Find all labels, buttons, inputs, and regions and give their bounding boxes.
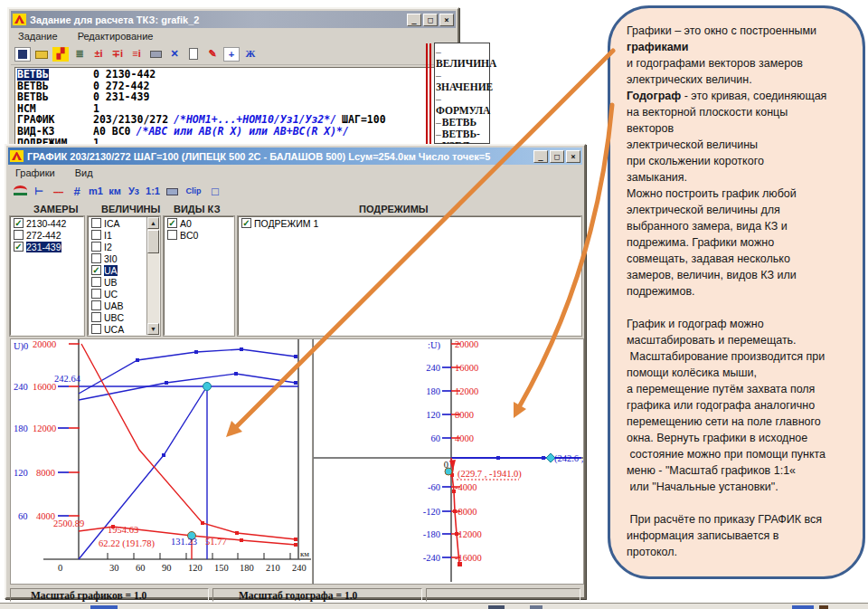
menu-grafiki[interactable]: Графики xyxy=(15,167,55,178)
svg-text:-180: -180 xyxy=(423,529,440,539)
vidy-kz-list[interactable]: A0 BC0 xyxy=(164,216,234,336)
command-editor[interactable]: ВЕТВЬ0 2130-442 ВЕТВЬ0 272-442 ВЕТВЬ0 23… xyxy=(14,67,436,152)
callout-text: Графики – это окно с построенными xyxy=(627,24,816,37)
taskbar-item[interactable] xyxy=(488,605,505,609)
m1-button[interactable]: m1 xyxy=(88,185,104,199)
grid-icon[interactable]: # xyxy=(69,185,85,199)
svg-text:20000: 20000 xyxy=(33,339,56,349)
maximize-button[interactable]: □ xyxy=(550,150,564,163)
scroll-up-icon[interactable]: ▲ xyxy=(147,217,159,229)
checkbox[interactable] xyxy=(91,265,101,275)
zh-icon[interactable]: Ж xyxy=(242,47,259,62)
velichiny-scrollbar[interactable]: ▲ ▼ xyxy=(146,217,159,335)
annotation-callout: Графики – это окно с построенными график… xyxy=(608,5,865,579)
callout-text: и годографами векторов замеров электриче… xyxy=(627,57,803,86)
minimize-button[interactable]: _ xyxy=(533,150,548,163)
checkbox[interactable] xyxy=(14,230,24,240)
palette-item[interactable]: ВЕТВЬ- xyxy=(436,128,489,140)
task-window-titlebar[interactable]: Задание для расчета ТКЗ: grafik_2 _ □ × xyxy=(11,11,456,28)
close-button[interactable]: × xyxy=(566,150,580,163)
velichina-item: 3I0 xyxy=(89,252,146,264)
curves-icon[interactable] xyxy=(12,185,28,199)
scroll-down-icon[interactable]: ▼ xyxy=(147,323,159,335)
print-icon[interactable] xyxy=(164,185,180,199)
uz-button[interactable]: Уз xyxy=(126,185,142,199)
svg-text:км: км xyxy=(300,549,309,558)
one-to-one-button[interactable]: 1:1 xyxy=(145,185,161,199)
svg-text:-60: -60 xyxy=(428,482,440,492)
dashes-icon[interactable]: ---- xyxy=(50,185,66,199)
checkbox[interactable] xyxy=(91,242,101,252)
graph-toolbar: ⊢ ---- # m1 км Уз 1:1 Clip □ xyxy=(8,181,582,202)
checkbox[interactable] xyxy=(14,242,24,252)
checkbox[interactable] xyxy=(167,230,177,240)
palette-item[interactable]: ВЕТВЬ xyxy=(436,117,489,128)
taskbar-item[interactable] xyxy=(819,605,828,609)
godograph-plot[interactable]: :U) 240 180 120 60 0 -60 -120 -180 -240 … xyxy=(313,338,584,585)
palette-item[interactable]: ЗНАЧЕНИЕ xyxy=(436,70,489,93)
svg-text:(242.6 , -2: (242.6 , -2 xyxy=(554,453,583,464)
minimize-button[interactable]: _ xyxy=(407,14,421,26)
km-button[interactable]: км xyxy=(107,185,123,199)
save-icon[interactable] xyxy=(14,47,31,62)
close-button[interactable]: × xyxy=(439,14,454,26)
palette-item[interactable]: ВЕЛИЧИНА xyxy=(436,46,489,70)
menu-redaktirovanie[interactable]: Редактирование xyxy=(78,31,154,42)
taskbar-item[interactable] xyxy=(792,605,814,609)
task-menubar: Задание Редактирование xyxy=(11,28,456,44)
append-page-icon[interactable]: + xyxy=(223,47,240,62)
svg-text:120: 120 xyxy=(14,468,28,478)
axis-icon[interactable]: ⊢ xyxy=(31,185,47,199)
checkbox[interactable] xyxy=(91,218,101,228)
menu-vid[interactable]: Вид xyxy=(75,167,93,178)
scroll-thumb[interactable] xyxy=(147,230,159,253)
svg-text:60: 60 xyxy=(431,433,441,443)
clip-button[interactable]: Clip xyxy=(183,185,204,199)
palette-item[interactable]: ФОРМУЛА xyxy=(436,93,489,117)
square-icon[interactable]: □ xyxy=(207,185,223,199)
svg-text:(229.7 , -1941.0): (229.7 , -1941.0) xyxy=(458,469,522,480)
maximize-button[interactable]: □ xyxy=(423,14,438,26)
graph-window-titlebar[interactable]: ГРАФИК 203/2130/272 ШАГ=100 (ЛИПЕЦК 500 … xyxy=(8,147,582,165)
podrezhimy-list[interactable]: ПОДРЕЖИМ 1 xyxy=(238,216,581,336)
taskbar-strip[interactable] xyxy=(0,603,868,609)
svg-text:240: 240 xyxy=(14,382,28,392)
velichina-item: I2 xyxy=(89,241,146,252)
svg-text:51.77: 51.77 xyxy=(205,537,227,547)
menu-zadanie[interactable]: Задание xyxy=(18,31,58,42)
taskbar-item[interactable] xyxy=(90,605,118,609)
checkbox[interactable] xyxy=(91,253,101,263)
svg-text:90: 90 xyxy=(162,563,172,573)
label-podrezhimy: ПОДРЕЖИМЫ xyxy=(359,204,429,214)
checkbox[interactable] xyxy=(167,218,177,228)
new-page-icon[interactable] xyxy=(185,47,202,62)
svg-text:8000: 8000 xyxy=(36,468,55,478)
graph-menubar: Графики Вид xyxy=(8,165,582,181)
graph-plot[interactable]: U)0 240 180 120 60 20000 16000 12000 800… xyxy=(10,338,313,585)
logo-icon[interactable]: ▞ xyxy=(52,47,69,62)
checkbox[interactable] xyxy=(91,312,101,322)
edit-page-icon[interactable]: ✎ xyxy=(204,47,221,62)
step-plus-icon[interactable]: ∓i xyxy=(109,47,126,62)
task-window-title: Задание для расчета ТКЗ: grafik_2 xyxy=(30,14,199,25)
delete-icon[interactable]: ✕ xyxy=(166,47,183,62)
velichiny-list[interactable]: ICA I1 I2 3I0 UA UB UC UAB UBC UCA U1 U2… xyxy=(88,216,160,336)
svg-text:60: 60 xyxy=(18,511,28,521)
checkbox[interactable] xyxy=(14,218,24,228)
zamery-list[interactable]: 2130-442 272-442 231-439 xyxy=(10,216,84,336)
step-eq-icon[interactable]: ≡i xyxy=(128,47,145,62)
svg-text:180: 180 xyxy=(426,386,440,396)
svg-text:8000: 8000 xyxy=(455,410,474,420)
checkbox[interactable] xyxy=(91,230,101,240)
open-folder-icon[interactable] xyxy=(33,47,50,62)
taskbar-item[interactable] xyxy=(530,605,542,609)
checkbox[interactable] xyxy=(91,277,101,287)
checkbox[interactable] xyxy=(91,300,101,310)
checkbox[interactable] xyxy=(241,218,251,228)
tree-icon[interactable]: ≣ xyxy=(71,47,88,62)
svg-text:-4000: -4000 xyxy=(455,482,477,492)
checkbox[interactable] xyxy=(91,324,101,334)
checkbox[interactable] xyxy=(91,289,101,299)
print-icon[interactable] xyxy=(147,47,164,62)
step-minus-icon[interactable]: ±i xyxy=(90,47,107,62)
